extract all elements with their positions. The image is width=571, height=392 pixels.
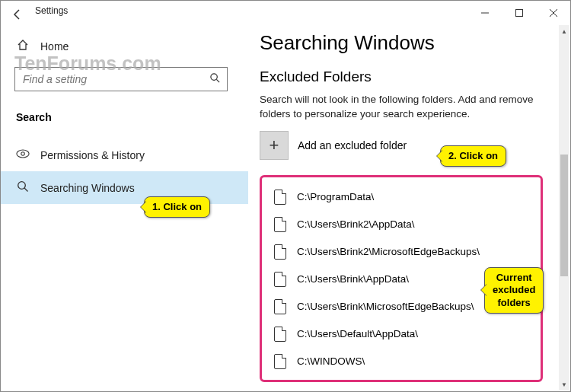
svg-rect-1 bbox=[515, 10, 522, 17]
nav-label: Permissions & History bbox=[40, 149, 145, 161]
sidebar: Home Search Permissions & History bbox=[1, 25, 248, 391]
home-icon bbox=[16, 39, 30, 53]
home-label: Home bbox=[40, 40, 69, 53]
scroll-down-arrow[interactable]: ▼ bbox=[559, 378, 569, 390]
folder-path: C:\Users\Brink2\AppData\ bbox=[297, 218, 415, 230]
folder-item[interactable]: C:\Users\Default\AppData\ bbox=[266, 320, 536, 348]
nav-permissions-history[interactable]: Permissions & History bbox=[1, 139, 248, 171]
folder-icon bbox=[274, 354, 286, 369]
back-button[interactable] bbox=[8, 5, 27, 24]
folder-item[interactable]: C:\ProgramData\ bbox=[266, 183, 536, 211]
titlebar: Settings bbox=[1, 1, 570, 25]
folder-icon bbox=[274, 244, 286, 260]
find-setting-searchbox[interactable] bbox=[14, 67, 228, 91]
folder-path: C:\Users\Brink2\MicrosoftEdgeBackups\ bbox=[297, 246, 480, 257]
scroll-thumb[interactable] bbox=[560, 155, 568, 276]
add-folder-label: Add an excluded folder bbox=[298, 139, 407, 151]
section-heading: Excluded Folders bbox=[260, 69, 570, 85]
folder-path: C:\WINDOWS\ bbox=[297, 355, 365, 367]
folder-item[interactable]: C:\WINDOWS\ bbox=[266, 348, 536, 375]
folder-item[interactable]: C:\Users\Brink2\MicrosoftEdgeBackups\ bbox=[266, 238, 536, 266]
svg-point-7 bbox=[21, 152, 25, 156]
search-icon bbox=[209, 72, 221, 87]
folder-path: C:\ProgramData\ bbox=[297, 191, 374, 202]
scroll-up-arrow[interactable]: ▲ bbox=[559, 25, 569, 37]
folder-icon bbox=[274, 299, 286, 314]
callout-2: 2. Click on bbox=[440, 145, 506, 167]
folder-icon bbox=[274, 272, 286, 287]
svg-line-9 bbox=[24, 188, 28, 192]
category-heading: Search bbox=[1, 105, 248, 129]
find-setting-input[interactable] bbox=[23, 73, 209, 85]
minimize-button[interactable] bbox=[467, 2, 502, 24]
folder-path: C:\Users\Brink\MicrosoftEdgeBackups\ bbox=[297, 301, 474, 312]
permissions-icon bbox=[16, 148, 30, 162]
page-heading: Searching Windows bbox=[260, 31, 570, 55]
search-nav-icon bbox=[16, 180, 30, 195]
nav-label: Searching Windows bbox=[40, 182, 135, 194]
svg-point-4 bbox=[211, 73, 217, 79]
folder-icon bbox=[274, 327, 286, 342]
settings-window: Settings Home Search bbox=[0, 0, 571, 392]
svg-point-6 bbox=[17, 150, 29, 158]
add-folder-row: + Add an excluded folder bbox=[260, 131, 570, 160]
close-button[interactable] bbox=[536, 2, 570, 24]
plus-icon: + bbox=[270, 135, 279, 155]
section-description: Search will not look in the following fo… bbox=[260, 93, 570, 122]
window-title: Settings bbox=[35, 5, 68, 16]
folder-path: C:\Users\Brink\AppData\ bbox=[297, 273, 409, 285]
callout-1: 1. Click on bbox=[144, 196, 210, 218]
maximize-button[interactable] bbox=[502, 2, 536, 24]
svg-line-5 bbox=[216, 79, 219, 82]
nav-searching-windows[interactable]: Searching Windows bbox=[1, 171, 248, 204]
folder-icon bbox=[274, 190, 286, 205]
home-nav[interactable]: Home bbox=[1, 33, 248, 59]
folder-path: C:\Users\Default\AppData\ bbox=[297, 328, 418, 339]
main-content: Searching Windows Excluded Folders Searc… bbox=[248, 25, 570, 391]
add-folder-button[interactable]: + bbox=[260, 131, 289, 160]
svg-point-8 bbox=[18, 182, 26, 190]
folder-item[interactable]: C:\Users\Brink2\AppData\ bbox=[266, 211, 536, 238]
vertical-scrollbar[interactable]: ▲ ▼ bbox=[559, 25, 569, 390]
callout-3: Current excluded folders bbox=[484, 267, 544, 314]
folder-icon bbox=[274, 217, 286, 232]
